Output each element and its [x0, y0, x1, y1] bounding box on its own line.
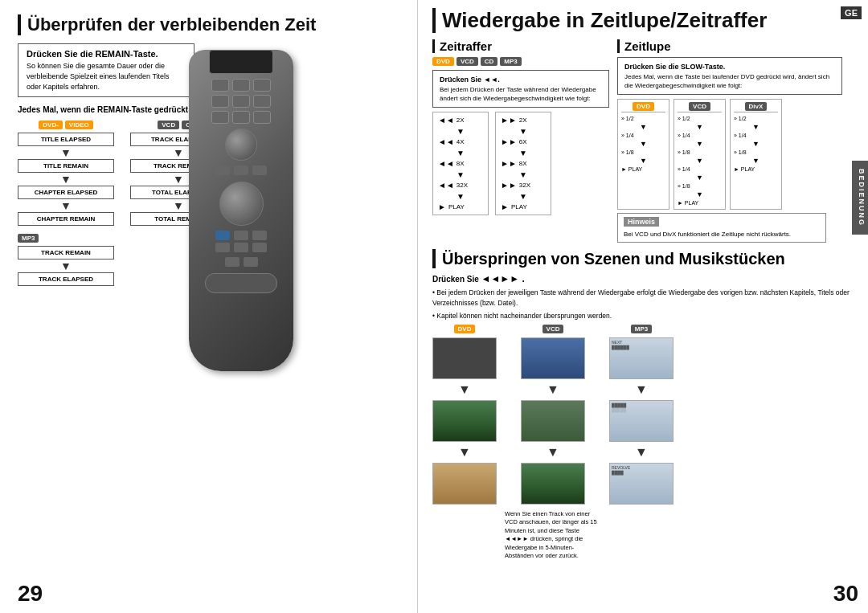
remote-btn-row-2	[189, 231, 293, 240]
speed-down-4: ▼	[438, 192, 483, 201]
speed-down-2: ▼	[438, 149, 483, 157]
thumb-dvd-badge: DVD	[454, 325, 476, 333]
thumb-vcd-3	[521, 463, 585, 505]
speed-lbl-2: 4X	[457, 138, 465, 145]
zeitlupe-inst-title: Drücken Sie die SLOW-Taste.	[624, 62, 835, 72]
zl-divx-badge: DivX	[734, 103, 778, 112]
zl-divx-row-4: ► PLAY	[734, 166, 778, 172]
remote-sm-btn-2	[234, 166, 248, 175]
remote-btn-row-4	[189, 257, 293, 267]
speed-lbl-r3: 8X	[519, 160, 527, 167]
speed-lbl-r4: 32X	[519, 182, 530, 189]
bullet-2: • Kapitel können nicht nacheinander über…	[432, 311, 858, 321]
remote-sm-btn-10	[225, 257, 240, 267]
dvd-badge: DVD-	[39, 121, 63, 129]
zeitlupe-title: Zeitlupe	[617, 39, 842, 53]
remote-sm-btn-11	[244, 257, 258, 267]
zt-vcd-badge: VCD	[457, 57, 478, 66]
bullet-1: • Bei jedem Drücken der jeweiligen Taste…	[432, 288, 858, 309]
zl-divx-row-1: » 1/2	[734, 116, 778, 121]
speed-arr-4: ◄◄	[438, 181, 454, 190]
speed-play-r1: ►	[501, 202, 509, 211]
remote-btn-8	[232, 111, 250, 124]
zt-dvd-badge: DVD	[432, 57, 454, 66]
remote-bottom-btn	[205, 273, 277, 293]
zl-dvd-row-1: » 1/2	[621, 116, 665, 121]
left-column: Überprüfen der verbleibenden Zeit Drücke…	[0, 0, 418, 613]
mp3-screen-text-2: ▓▓▓▓▓░░░░░	[612, 403, 671, 413]
skip-icons: ◄◄►► .	[481, 273, 525, 284]
left-section-title: Überprüfen der verbleibenden Zeit	[18, 14, 401, 35]
mp3-screen-text-3: REVOLVE▓▓▓▓	[612, 465, 671, 476]
mp3-badge: MP3	[18, 234, 39, 243]
thumb-dvd-arrow-2: ▼	[458, 445, 471, 460]
remote-sm-btn-5	[234, 231, 248, 240]
remote-sm-btn-3	[252, 166, 267, 175]
zl-dvd-col: DVD » 1/2 ▼ » 1/4 ▼ » 1/8 ▼ ► PLAY	[617, 99, 669, 210]
mp3-flow-col: TRACK REMAIN ▼ TRACK ELAPSED	[18, 246, 114, 286]
thumb-vcd-arrow-1: ▼	[547, 382, 559, 397]
speed-row-r4: ►► 32X	[501, 181, 546, 190]
remote-sm-btn-9	[252, 243, 267, 252]
thumb-vcd-badge: VCD	[542, 325, 564, 333]
mp3-screen-text: NEXT▓▓▓▓▓▓	[612, 340, 671, 350]
zeitraffer-title: Zeitraffer	[432, 39, 609, 53]
flow-item-chapter-remain: CHAPTER REMAIN	[18, 212, 114, 226]
speed-row-5: ► PLAY	[438, 202, 483, 211]
speed-lbl-4: 32X	[457, 182, 468, 189]
speed-row-4: ◄◄ 32X	[438, 181, 483, 190]
speed-row-r2: ►► 6X	[501, 137, 546, 146]
zl-dvd-badge: DVD	[621, 103, 665, 112]
zeitraffer-speed-col-right: ►► 2X ▼ ►► 6X ▼ ►► 8X ▼	[495, 112, 551, 215]
speed-lbl-r5: PLAY	[511, 203, 527, 210]
right-column: GE Wiedergabe in Zeitlupe/Zeitraffer Zei…	[418, 0, 868, 613]
remote-sm-btn-6	[252, 231, 267, 240]
flow-item-chapter-elapsed: CHAPTER ELAPSED	[18, 186, 114, 199]
speed-lbl-5: PLAY	[448, 203, 465, 210]
zt-cd-badge: CD	[481, 57, 498, 66]
remote-sm-btn-8	[234, 243, 248, 252]
speed-arr-r3: ►►	[501, 159, 517, 168]
speed-down-r4: ▼	[501, 192, 546, 201]
flow-item-title-elapsed: TITLE ELAPSED	[18, 133, 114, 146]
remote-body	[189, 50, 293, 371]
mp3-badge-row: MP3	[18, 234, 39, 243]
drucken-row: Drücken Sie ◄◄►► .	[432, 273, 858, 284]
zl-dvd-row-3: » 1/8	[621, 149, 665, 155]
speed-arr-3: ◄◄	[438, 159, 454, 168]
remote-sm-btn-1	[215, 166, 230, 175]
zl-dvd-arr-3: ▼	[621, 157, 665, 165]
speed-down-1: ▼	[438, 127, 483, 136]
speed-lbl-r2: 6X	[519, 138, 527, 145]
speed-row-2: ◄◄ 4X	[438, 137, 483, 146]
remote-btn-2	[232, 79, 250, 92]
right-section-title: Wiedergabe in Zeitlupe/Zeitraffer	[432, 8, 858, 33]
remain-box-title: Drücken Sie die REMAIN-Taste.	[27, 49, 186, 59]
remote-control	[177, 40, 305, 386]
thumb-mp3-2: ▓▓▓▓▓░░░░░	[609, 400, 674, 442]
remote-btn-row-1	[189, 166, 293, 175]
thumb-col-vcd: VCD ▼ ▼ Wenn Sie einen Track von einer V…	[505, 325, 601, 561]
remote-btn-grid-1	[189, 79, 293, 124]
thumb-mp3-1: NEXT▓▓▓▓▓▓	[609, 337, 674, 379]
speed-row-r1: ►► 2X	[501, 116, 546, 125]
thumb-vcd-note: Wenn Sie einen Track von einer VCD ansch…	[505, 510, 601, 561]
flow-arrow-2: ▼	[60, 174, 72, 185]
remote-btn-5	[232, 95, 250, 108]
speed-arr-2: ◄◄	[438, 137, 454, 146]
remote-btn-6	[253, 95, 271, 108]
remote-sm-btn-7	[215, 243, 230, 252]
drucken-label: Drücken Sie	[432, 275, 481, 284]
page-wrapper: Überprüfen der verbleibenden Zeit Drücke…	[0, 0, 868, 613]
speed-arr-r2: ►►	[501, 137, 517, 146]
zl-divx-row-3: » 1/8	[734, 149, 778, 155]
thumb-col-mp3: MP3 NEXT▓▓▓▓▓▓ ▼ ▓▓▓▓▓░░░░░ ▼ REVOLVE▓▓▓…	[609, 325, 674, 561]
zl-vcd-row-4: » 1/4	[678, 166, 722, 172]
speed-down-r1: ▼	[501, 127, 546, 136]
speed-arr-1: ◄◄	[438, 116, 454, 125]
thumb-vcd-2	[521, 400, 585, 442]
zl-dvd-arr-2: ▼	[621, 140, 665, 148]
remote-btn-round-2	[219, 182, 264, 226]
remote-btn-9	[253, 111, 271, 124]
zeitlupe-inst-desc: Jedes Mal, wenn die Taste bei laufender …	[624, 72, 835, 90]
